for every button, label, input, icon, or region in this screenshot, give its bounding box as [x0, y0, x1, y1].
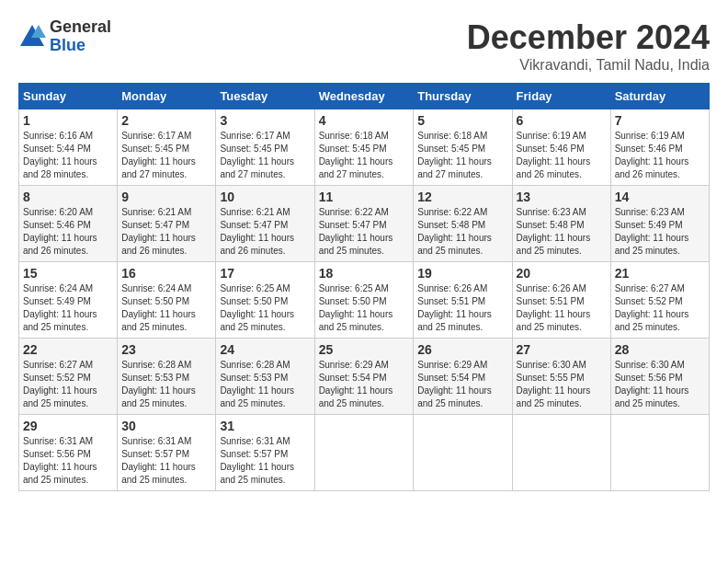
header-sunday: Sunday: [19, 84, 118, 109]
day-info: Sunrise: 6:16 AMSunset: 5:44 PMDaylight:…: [23, 131, 97, 179]
day-info: Sunrise: 6:28 AMSunset: 5:53 PMDaylight:…: [121, 360, 196, 408]
day-number: 19: [417, 266, 507, 281]
day-info: Sunrise: 6:25 AMSunset: 5:50 PMDaylight:…: [220, 283, 294, 332]
table-row: 5 Sunrise: 6:18 AMSunset: 5:45 PMDayligh…: [414, 109, 512, 186]
day-number: 26: [417, 342, 507, 357]
day-number: 11: [319, 190, 410, 204]
day-number: 13: [517, 190, 607, 204]
day-number: 22: [23, 342, 113, 357]
day-number: 12: [417, 190, 507, 204]
calendar-row: 22 Sunrise: 6:27 AMSunset: 5:52 PMDaylig…: [19, 339, 710, 415]
day-info: Sunrise: 6:30 AMSunset: 5:55 PMDaylight:…: [517, 360, 591, 408]
day-info: Sunrise: 6:29 AMSunset: 5:54 PMDaylight:…: [417, 360, 492, 408]
day-info: Sunrise: 6:17 AMSunset: 5:45 PMDaylight:…: [220, 131, 294, 179]
table-row: 28 Sunrise: 6:30 AMSunset: 5:56 PMDaylig…: [610, 339, 709, 415]
day-number: 25: [319, 342, 410, 357]
day-number: 21: [615, 266, 705, 281]
day-number: 27: [517, 342, 607, 357]
calendar-body: 1 Sunrise: 6:16 AMSunset: 5:44 PMDayligh…: [19, 109, 710, 491]
calendar-row: 8 Sunrise: 6:20 AMSunset: 5:46 PMDayligh…: [19, 186, 710, 262]
logo-icon: [18, 23, 46, 51]
header-friday: Friday: [512, 84, 610, 109]
table-row: 2 Sunrise: 6:17 AMSunset: 5:45 PMDayligh…: [118, 109, 216, 186]
table-row: 25 Sunrise: 6:29 AMSunset: 5:54 PMDaylig…: [314, 339, 414, 415]
table-row: 18 Sunrise: 6:25 AMSunset: 5:50 PMDaylig…: [314, 262, 414, 339]
table-row: 4 Sunrise: 6:18 AMSunset: 5:45 PMDayligh…: [314, 109, 414, 186]
table-row: 11 Sunrise: 6:22 AMSunset: 5:47 PMDaylig…: [314, 186, 414, 262]
table-row: 27 Sunrise: 6:30 AMSunset: 5:55 PMDaylig…: [512, 339, 610, 415]
table-row: 9 Sunrise: 6:21 AMSunset: 5:47 PMDayligh…: [118, 186, 216, 262]
day-info: Sunrise: 6:24 AMSunset: 5:50 PMDaylight:…: [121, 283, 196, 332]
day-info: Sunrise: 6:31 AMSunset: 5:57 PMDaylight:…: [220, 436, 294, 485]
day-info: Sunrise: 6:22 AMSunset: 5:47 PMDaylight:…: [319, 207, 393, 256]
day-number: 4: [319, 113, 410, 128]
logo-blue: Blue: [50, 37, 111, 55]
day-number: 31: [220, 419, 310, 433]
day-number: 5: [417, 113, 507, 128]
header-thursday: Thursday: [414, 84, 512, 109]
calendar-row: 29 Sunrise: 6:31 AMSunset: 5:56 PMDaylig…: [19, 415, 710, 491]
table-row: 15 Sunrise: 6:24 AMSunset: 5:49 PMDaylig…: [19, 262, 118, 339]
day-info: Sunrise: 6:26 AMSunset: 5:51 PMDaylight:…: [517, 283, 591, 332]
day-info: Sunrise: 6:31 AMSunset: 5:56 PMDaylight:…: [23, 436, 97, 485]
day-number: 7: [615, 113, 705, 128]
day-number: 8: [23, 190, 113, 204]
day-info: Sunrise: 6:27 AMSunset: 5:52 PMDaylight:…: [23, 360, 97, 408]
table-row: 3 Sunrise: 6:17 AMSunset: 5:45 PMDayligh…: [216, 109, 314, 186]
day-info: Sunrise: 6:29 AMSunset: 5:54 PMDaylight:…: [319, 360, 393, 408]
header-wednesday: Wednesday: [314, 84, 414, 109]
day-number: 9: [121, 190, 211, 204]
day-info: Sunrise: 6:25 AMSunset: 5:50 PMDaylight:…: [319, 283, 393, 332]
header-saturday: Saturday: [610, 84, 709, 109]
table-row: 10 Sunrise: 6:21 AMSunset: 5:47 PMDaylig…: [216, 186, 314, 262]
table-row: 26 Sunrise: 6:29 AMSunset: 5:54 PMDaylig…: [414, 339, 512, 415]
table-row: 23 Sunrise: 6:28 AMSunset: 5:53 PMDaylig…: [118, 339, 216, 415]
table-row: 16 Sunrise: 6:24 AMSunset: 5:50 PMDaylig…: [118, 262, 216, 339]
day-number: 16: [121, 266, 211, 281]
day-info: Sunrise: 6:24 AMSunset: 5:49 PMDaylight:…: [23, 283, 97, 332]
calendar-table: Sunday Monday Tuesday Wednesday Thursday…: [18, 83, 710, 491]
day-number: 10: [220, 190, 310, 204]
table-row: 22 Sunrise: 6:27 AMSunset: 5:52 PMDaylig…: [19, 339, 118, 415]
table-row: 29 Sunrise: 6:31 AMSunset: 5:56 PMDaylig…: [19, 415, 118, 491]
table-row: 30 Sunrise: 6:31 AMSunset: 5:57 PMDaylig…: [118, 415, 216, 491]
day-number: 23: [121, 342, 211, 357]
table-row: 12 Sunrise: 6:22 AMSunset: 5:48 PMDaylig…: [414, 186, 512, 262]
day-number: 30: [121, 419, 211, 433]
day-info: Sunrise: 6:28 AMSunset: 5:53 PMDaylight:…: [220, 360, 294, 408]
calendar-row: 1 Sunrise: 6:16 AMSunset: 5:44 PMDayligh…: [19, 109, 710, 186]
table-row: [314, 415, 414, 491]
day-info: Sunrise: 6:18 AMSunset: 5:45 PMDaylight:…: [417, 131, 492, 179]
day-info: Sunrise: 6:26 AMSunset: 5:51 PMDaylight:…: [417, 283, 492, 332]
table-row: 6 Sunrise: 6:19 AMSunset: 5:46 PMDayligh…: [512, 109, 610, 186]
calendar-row: 15 Sunrise: 6:24 AMSunset: 5:49 PMDaylig…: [19, 262, 710, 339]
day-info: Sunrise: 6:22 AMSunset: 5:48 PMDaylight:…: [417, 207, 492, 256]
table-row: 24 Sunrise: 6:28 AMSunset: 5:53 PMDaylig…: [216, 339, 314, 415]
table-row: [512, 415, 610, 491]
day-info: Sunrise: 6:30 AMSunset: 5:56 PMDaylight:…: [615, 360, 689, 408]
header-tuesday: Tuesday: [216, 84, 314, 109]
table-row: [610, 415, 709, 491]
day-number: 18: [319, 266, 410, 281]
table-row: 13 Sunrise: 6:23 AMSunset: 5:48 PMDaylig…: [512, 186, 610, 262]
title-section: December 2024 Vikravandi, Tamil Nadu, In…: [467, 18, 710, 74]
day-number: 3: [220, 113, 310, 128]
table-row: 17 Sunrise: 6:25 AMSunset: 5:50 PMDaylig…: [216, 262, 314, 339]
day-number: 14: [615, 190, 705, 204]
header-monday: Monday: [118, 84, 216, 109]
day-info: Sunrise: 6:31 AMSunset: 5:57 PMDaylight:…: [121, 436, 196, 485]
table-row: 21 Sunrise: 6:27 AMSunset: 5:52 PMDaylig…: [610, 262, 709, 339]
table-row: [414, 415, 512, 491]
calendar-header: Sunday Monday Tuesday Wednesday Thursday…: [19, 84, 710, 109]
day-info: Sunrise: 6:18 AMSunset: 5:45 PMDaylight:…: [319, 131, 393, 179]
day-info: Sunrise: 6:19 AMSunset: 5:46 PMDaylight:…: [615, 131, 689, 179]
day-number: 20: [517, 266, 607, 281]
table-row: 31 Sunrise: 6:31 AMSunset: 5:57 PMDaylig…: [216, 415, 314, 491]
day-info: Sunrise: 6:21 AMSunset: 5:47 PMDaylight:…: [121, 207, 196, 256]
header-row: Sunday Monday Tuesday Wednesday Thursday…: [19, 84, 710, 109]
day-number: 2: [121, 113, 211, 128]
day-number: 6: [517, 113, 607, 128]
table-row: 1 Sunrise: 6:16 AMSunset: 5:44 PMDayligh…: [19, 109, 118, 186]
page-header: General Blue December 2024 Vikravandi, T…: [18, 18, 710, 74]
day-number: 1: [23, 113, 113, 128]
